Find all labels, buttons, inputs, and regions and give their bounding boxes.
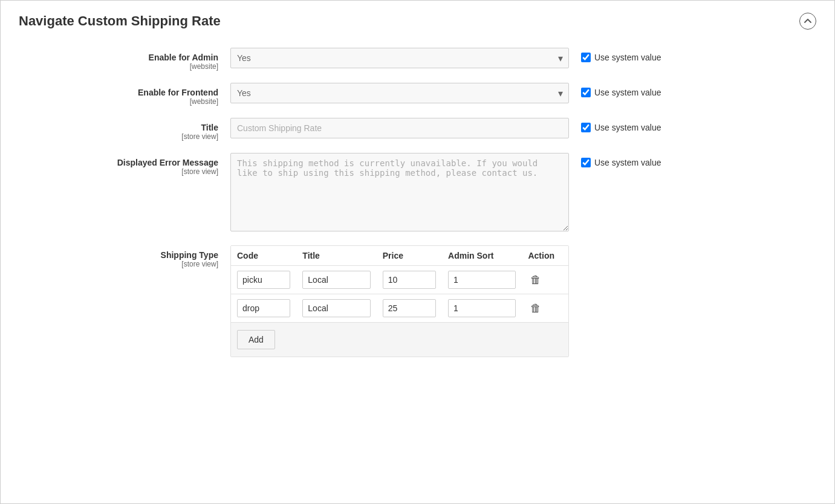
row2-admin-sort-input[interactable] <box>448 299 516 317</box>
enable-frontend-row: Enable for Frontend [website] Yes No ▾ U… <box>19 83 816 106</box>
title-input[interactable] <box>230 118 569 138</box>
row1-code-cell <box>231 266 296 294</box>
enable-frontend-select-wrapper: Yes No ▾ <box>230 83 569 103</box>
form-section: Enable for Admin [website] Yes No ▾ Use … <box>19 48 816 357</box>
shipping-type-scope: [store view] <box>19 260 218 268</box>
enable-admin-control: Yes No ▾ <box>230 48 569 68</box>
row1-price-input[interactable] <box>383 271 436 289</box>
row2-price-input[interactable] <box>383 299 436 317</box>
shipping-type-row: Shipping Type [store view] Code Title Pr… <box>19 245 816 357</box>
page-container: Navigate Custom Shipping Rate Enable for… <box>0 0 835 504</box>
error-message-system-value: Use system value <box>581 153 661 167</box>
shipping-type-label: Shipping Type <box>19 250 218 260</box>
enable-admin-label: Enable for Admin <box>19 53 218 62</box>
enable-admin-system-value-label[interactable]: Use system value <box>594 53 661 62</box>
row1-price-cell <box>377 266 442 294</box>
row2-admin-sort-cell <box>442 294 522 323</box>
enable-admin-scope: [website] <box>19 62 218 71</box>
enable-frontend-select[interactable]: Yes No <box>230 83 569 103</box>
error-message-system-value-label[interactable]: Use system value <box>594 158 661 167</box>
shipping-type-label-cell: Shipping Type [store view] <box>19 245 230 268</box>
add-row-cell: Add <box>231 323 568 357</box>
row1-title-input[interactable] <box>302 271 370 289</box>
col-header-admin-sort: Admin Sort <box>442 246 522 266</box>
error-message-scope: [store view] <box>19 167 218 176</box>
row1-trash-icon: 🗑 <box>530 274 541 286</box>
error-message-row: Displayed Error Message [store view] Use… <box>19 153 816 233</box>
enable-frontend-system-value-checkbox[interactable] <box>581 88 591 97</box>
title-row: Title [store view] Use system value <box>19 118 816 141</box>
title-scope: [store view] <box>19 132 218 141</box>
enable-frontend-control: Yes No ▾ <box>230 83 569 103</box>
col-header-price: Price <box>377 246 442 266</box>
enable-frontend-scope: [website] <box>19 97 218 106</box>
error-message-control <box>230 153 569 233</box>
shipping-type-table-wrapper: Code Title Price Admin Sort Action <box>230 245 569 357</box>
page-header: Navigate Custom Shipping Rate <box>19 13 816 30</box>
enable-frontend-system-value-label[interactable]: Use system value <box>594 88 661 97</box>
title-system-value: Use system value <box>581 118 661 132</box>
row2-title-cell <box>296 294 376 323</box>
enable-admin-system-value-checkbox[interactable] <box>581 53 591 62</box>
shipping-type-control: Code Title Price Admin Sort Action <box>230 245 569 357</box>
row2-trash-icon: 🗑 <box>530 302 541 315</box>
row2-title-input[interactable] <box>302 299 370 317</box>
shipping-type-table: Code Title Price Admin Sort Action <box>231 246 568 357</box>
col-header-code: Code <box>231 246 296 266</box>
title-control <box>230 118 569 138</box>
enable-admin-row: Enable for Admin [website] Yes No ▾ Use … <box>19 48 816 71</box>
row1-delete-button[interactable]: 🗑 <box>528 271 544 289</box>
collapse-button[interactable] <box>799 13 816 30</box>
title-system-value-checkbox[interactable] <box>581 123 591 132</box>
table-row: 🗑 <box>231 294 568 323</box>
add-button[interactable]: Add <box>237 330 275 349</box>
error-message-label: Displayed Error Message <box>19 158 218 167</box>
enable-admin-select[interactable]: Yes No <box>230 48 569 68</box>
enable-admin-select-wrapper: Yes No ▾ <box>230 48 569 68</box>
error-message-system-value-checkbox[interactable] <box>581 158 591 167</box>
table-header-row: Code Title Price Admin Sort Action <box>231 246 568 266</box>
row2-code-input[interactable] <box>237 299 290 317</box>
col-header-title: Title <box>296 246 376 266</box>
page-title: Navigate Custom Shipping Rate <box>19 13 221 29</box>
row1-code-input[interactable] <box>237 271 290 289</box>
title-system-value-label[interactable]: Use system value <box>594 123 661 132</box>
enable-frontend-label-cell: Enable for Frontend [website] <box>19 83 230 106</box>
title-label-cell: Title [store view] <box>19 118 230 141</box>
col-header-action: Action <box>522 246 568 266</box>
row2-action-cell: 🗑 <box>522 294 568 323</box>
row1-admin-sort-cell <box>442 266 522 294</box>
add-row: Add <box>231 323 568 357</box>
title-label: Title <box>19 123 218 132</box>
enable-admin-label-cell: Enable for Admin [website] <box>19 48 230 71</box>
enable-admin-system-value: Use system value <box>581 48 661 62</box>
enable-frontend-label: Enable for Frontend <box>19 88 218 97</box>
row1-title-cell <box>296 266 376 294</box>
enable-frontend-system-value: Use system value <box>581 83 661 97</box>
row2-price-cell <box>377 294 442 323</box>
row2-delete-button[interactable]: 🗑 <box>528 300 544 317</box>
row2-code-cell <box>231 294 296 323</box>
row1-admin-sort-input[interactable] <box>448 271 516 289</box>
row1-action-cell: 🗑 <box>522 266 568 294</box>
table-row: 🗑 <box>231 266 568 294</box>
error-message-textarea[interactable] <box>230 153 569 231</box>
error-message-label-cell: Displayed Error Message [store view] <box>19 153 230 176</box>
